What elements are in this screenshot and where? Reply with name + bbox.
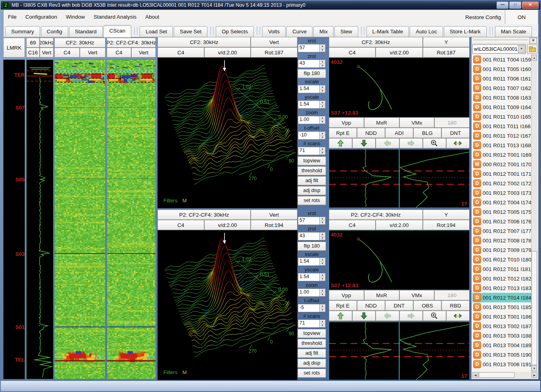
- title-bar[interactable]: Z MB - I3805 CXB Rev3 with bob DGB X53B …: [1, 1, 540, 10]
- cscan2-mode-button[interactable]: Vert: [131, 48, 156, 58]
- tab-auto-loc[interactable]: Auto Loc: [410, 26, 443, 37]
- surface1-zoom-spinner[interactable]: 1.00▲▼: [298, 116, 326, 124]
- liss1-canvas[interactable]: [329, 58, 469, 117]
- on-toggle-button[interactable]: ON: [505, 10, 538, 24]
- cscan2-channel-button[interactable]: C4: [107, 48, 131, 58]
- liss1-adi-button[interactable]: ADI: [385, 128, 413, 138]
- tab-slew[interactable]: Slew: [334, 26, 358, 37]
- liss2-vd-button[interactable]: v/d:2.00: [376, 220, 423, 230]
- list-item[interactable]: D001 R012 T006 I176: [472, 217, 537, 226]
- spinner-down-icon[interactable]: ▼: [320, 48, 325, 52]
- surface1-plot[interactable]: [157, 58, 297, 208]
- spinner-up-icon[interactable]: ▲: [320, 116, 325, 120]
- liss2-rbd-button[interactable]: RBD: [441, 300, 470, 311]
- surface2-adj-disp-button[interactable]: adj disp: [297, 359, 326, 368]
- surface1-mode-button[interactable]: Vert: [251, 37, 297, 47]
- surface1--scans-spinner[interactable]: 71▲▼: [298, 147, 326, 155]
- liss1-180-button[interactable]: 180: [434, 117, 470, 128]
- surface2-set-rots-button[interactable]: set rots: [297, 369, 326, 378]
- strip2-plot[interactable]: 17: [329, 322, 470, 380]
- liss1-rpt-e-button[interactable]: Rpt E: [329, 128, 357, 138]
- list-item[interactable]: D001 R012 T012 I182: [472, 274, 537, 283]
- spinner-up-icon[interactable]: ▲: [320, 44, 325, 48]
- tab-man-scale[interactable]: Man Scale: [495, 26, 532, 37]
- surface1-adj-disp-button[interactable]: adj disp: [297, 186, 326, 195]
- liss1-arrow-up-button[interactable]: [329, 138, 352, 148]
- surface2-plot[interactable]: [157, 230, 297, 380]
- spinner-up-icon[interactable]: ▲: [320, 85, 325, 89]
- liss2-arrow-left-button[interactable]: [376, 311, 399, 321]
- list-item[interactable]: D001 R012 T011 I181: [472, 264, 537, 274]
- spinner-down-icon[interactable]: ▼: [320, 89, 325, 93]
- surface2-mode-button[interactable]: Vert: [251, 209, 297, 220]
- surface2-threshold-button[interactable]: threshold: [297, 339, 326, 348]
- liss1-vmx-button[interactable]: VMx: [399, 117, 435, 128]
- landmark-strip[interactable]: TERS07S05S03S01TEL: [3, 60, 25, 379]
- surface1-topview-button[interactable]: topview: [297, 156, 326, 165]
- cscan1-plot[interactable]: [54, 60, 106, 379]
- surface2--scans-spinner[interactable]: 71▲▼: [298, 319, 326, 328]
- surface2-xrot-spinner[interactable]: 57▲▼: [298, 217, 326, 225]
- list-item[interactable]: D001 R013 T006 I191: [472, 359, 537, 369]
- list-item[interactable]: D001 R011 T013 I168: [472, 140, 537, 150]
- liss2-rpt-e-button[interactable]: Rpt E: [329, 300, 357, 311]
- list-item[interactable]: D001 R013 T001 I186: [472, 312, 537, 321]
- tab-config[interactable]: Config: [41, 26, 68, 37]
- spinner-down-icon[interactable]: ▼: [320, 221, 325, 225]
- liss2-rot-button[interactable]: Rot:194: [423, 220, 470, 230]
- surface2-vd-button[interactable]: v/d:2.00: [204, 220, 251, 230]
- list-item[interactable]: M000 R012 T001 I170: [472, 159, 537, 169]
- spinner-down-icon[interactable]: ▼: [320, 308, 325, 312]
- list-hscrollbar[interactable]: ◀ ▶: [472, 372, 537, 378]
- liss1-arrow-left-button[interactable]: [376, 138, 399, 148]
- surface1-rot-button[interactable]: Rot:187: [251, 47, 297, 58]
- spinner-up-icon[interactable]: ▲: [320, 304, 325, 308]
- liss1-blg-button[interactable]: BLG: [413, 128, 441, 138]
- liss1-zoom-in-button[interactable]: [423, 138, 446, 148]
- list-item[interactable]: D001 R012 T007 I177: [472, 226, 537, 236]
- hscroll-thumb[interactable]: [479, 372, 514, 378]
- liss2-zoom-in-button[interactable]: [423, 311, 446, 321]
- surface2-title-button[interactable]: P2: CF2-CF4: 30kHz: [157, 209, 251, 220]
- spinner-up-icon[interactable]: ▲: [320, 147, 325, 151]
- menu-configuration[interactable]: Configuration: [21, 10, 61, 24]
- strip-trace-canvas[interactable]: [27, 60, 53, 379]
- tab-summary[interactable]: Summary: [5, 26, 40, 37]
- liss2-arrow-down-button[interactable]: [352, 311, 376, 321]
- spinner-down-icon[interactable]: ▼: [320, 105, 325, 109]
- menu-file[interactable]: File: [4, 10, 21, 24]
- liss2-180-button[interactable]: 180: [434, 290, 470, 300]
- list-item[interactable]: D001 R012 T014 I184: [472, 293, 537, 302]
- list-item[interactable]: D001 R012 T003 I173: [472, 188, 537, 198]
- liss2-arrow-up-button[interactable]: [329, 311, 352, 321]
- vscroll-up-icon[interactable]: ▲: [531, 55, 537, 61]
- strip1-plot[interactable]: 17: [329, 149, 470, 208]
- surface1-canvas[interactable]: [158, 58, 297, 208]
- list-item[interactable]: D001 R012 T008 I178: [472, 236, 537, 245]
- list-item[interactable]: D001 R011 T006 I161: [472, 74, 537, 83]
- surface2-xscale-spinner[interactable]: 1.54▲▼: [298, 257, 326, 266]
- tab-l-mark-table[interactable]: L-Mark Table: [366, 26, 409, 37]
- surface2-canvas[interactable]: [158, 231, 297, 380]
- liss2-dnt-button[interactable]: DNT: [385, 300, 413, 311]
- menu-about[interactable]: About: [141, 10, 163, 24]
- cscan1-title-button[interactable]: CF2: 30kHz: [54, 38, 106, 48]
- cscan2-plot[interactable]: [107, 60, 156, 379]
- liss2-plot[interactable]: 4032 S07 +12.83: [329, 230, 470, 290]
- spinner-up-icon[interactable]: ▲: [320, 233, 325, 236]
- liss2-ndd-button[interactable]: NDD: [357, 300, 385, 311]
- list-item[interactable]: D001 R011 T007 I162: [472, 83, 537, 93]
- spinner-down-icon[interactable]: ▼: [320, 293, 325, 297]
- tab-volts[interactable]: Volts: [262, 26, 286, 37]
- tab-curve[interactable]: Curve: [286, 26, 313, 37]
- spinner-up-icon[interactable]: ▲: [320, 217, 325, 221]
- spinner-up-icon[interactable]: ▲: [320, 60, 325, 64]
- liss1-arrow-down-button[interactable]: [352, 138, 376, 148]
- strip-trace-plot[interactable]: [26, 60, 54, 379]
- liss1-vd-button[interactable]: v/d:2.00: [376, 47, 423, 58]
- strip1-canvas[interactable]: [329, 150, 469, 208]
- spinner-up-icon[interactable]: ▲: [320, 289, 325, 293]
- liss1-channel-button[interactable]: C4: [329, 47, 376, 58]
- surface1-channel-button[interactable]: C4: [157, 47, 204, 58]
- spinner-up-icon[interactable]: ▲: [320, 320, 325, 324]
